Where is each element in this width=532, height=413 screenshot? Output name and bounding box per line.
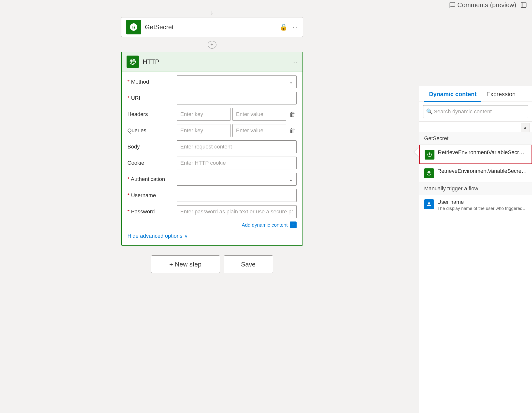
uri-row: URI https://httpbin.org/basic-auth/foo/b… [128, 92, 297, 104]
retrieve-env-icon-1 [426, 170, 432, 176]
save-button[interactable]: Save [224, 255, 273, 273]
dynamic-item-1-0-desc: The display name of the user who trigger… [437, 206, 527, 211]
body-label: Body [128, 144, 177, 150]
method-label: Method [128, 79, 177, 85]
retrieve-env-icon-0 [427, 152, 432, 158]
password-control [177, 205, 297, 218]
add-dynamic-content-link[interactable]: Add dynamic content [242, 222, 288, 228]
headers-pair: 🗑 [177, 108, 297, 121]
dynamic-search-input[interactable] [423, 105, 528, 118]
top-bar: Comments (preview) [449, 0, 532, 10]
cookie-row: Cookie [128, 157, 297, 169]
bottom-actions: + New step Save [151, 255, 273, 273]
dynamic-content-badge-icon[interactable]: + [290, 221, 297, 228]
headers-label: Headers [128, 111, 177, 118]
password-input[interactable] [177, 205, 297, 218]
search-wrapper: 🔍 [423, 105, 528, 118]
svg-rect-0 [521, 2, 526, 8]
queries-control: 🗑 [177, 124, 297, 137]
http-icon [127, 56, 139, 68]
http-step-header: HTTP ··· [122, 52, 302, 72]
cookie-control [177, 157, 297, 169]
get-secret-actions: 🔒 ··· [280, 23, 298, 31]
dynamic-item-0-0[interactable]: RetrieveEnvironmentVariableSecretValueRe… [419, 145, 532, 164]
method-control: GET ⌄ [177, 75, 297, 88]
dynamic-item-0-1-title: RetrieveEnvironmentVariableSecretValueRe… [437, 168, 527, 174]
auth-row: Authentication Basic ⌄ [128, 173, 297, 186]
section-header-getsecret: GetSecret [419, 132, 532, 145]
section-header-manual: Manually trigger a flow [419, 182, 532, 195]
dynamic-item-1-0[interactable]: User name The display name of the user w… [419, 195, 532, 215]
password-row: Password [128, 205, 297, 218]
method-select-wrapper: GET ⌄ [177, 75, 297, 88]
hide-advanced-options[interactable]: Hide advanced options ∧ [128, 231, 297, 241]
comments-preview[interactable]: Comments (preview) [449, 1, 516, 9]
body-input[interactable] [177, 140, 297, 153]
cookie-input[interactable] [177, 157, 297, 169]
new-step-button[interactable]: + New step [151, 255, 220, 273]
uri-label: URI [128, 95, 177, 101]
add-step-connector: + [208, 37, 216, 52]
http-step: HTTP ··· Method GET ⌄ URI https://httpbi… [121, 52, 303, 246]
tab-expression[interactable]: Expression [481, 86, 520, 102]
headers-value-input[interactable] [232, 108, 286, 121]
queries-delete-button[interactable]: 🗑 [288, 126, 297, 135]
dynamic-panel-tabs: Dynamic content Expression [419, 86, 532, 102]
dynamic-item-0-1-icon [424, 168, 434, 178]
username-row: Username foo [128, 189, 297, 202]
cookie-label: Cookie [128, 160, 177, 166]
dynamic-item-0-1[interactable]: RetrieveEnvironmentVariableSecretValueRe… [419, 164, 532, 182]
password-label: Password [128, 208, 177, 215]
canvas: ↓ GetSecret 🔒 ··· + [0, 0, 424, 413]
username-input[interactable]: foo [177, 189, 297, 202]
headers-delete-button[interactable]: 🗑 [288, 110, 297, 119]
uri-input[interactable]: https://httpbin.org/basic-auth/foo/bar [177, 92, 297, 104]
connector-line-2 [212, 49, 212, 52]
add-dynamic-content-row: Add dynamic content + [128, 221, 297, 228]
search-icon: 🔍 [426, 108, 433, 115]
get-secret-title: GetSecret [145, 23, 280, 31]
dynamic-search-area: 🔍 [419, 102, 532, 122]
dynamic-item-0-0-title: RetrieveEnvironmentVariableSecretValueRe… [438, 149, 527, 156]
queries-row: Queries 🗑 [128, 124, 297, 137]
method-select[interactable]: GET [177, 75, 297, 88]
scroll-up-button[interactable]: ▲ [521, 123, 530, 132]
add-step-button[interactable]: + [208, 41, 216, 49]
auth-label: Authentication [128, 176, 177, 182]
auth-select-wrapper: Basic ⌄ [177, 173, 297, 186]
connector-line-1 [212, 37, 212, 41]
uri-control: https://httpbin.org/basic-auth/foo/bar [177, 92, 297, 104]
body-row: Body [128, 140, 297, 153]
method-row: Method GET ⌄ [128, 75, 297, 88]
scroll-controls: ▲ [419, 122, 532, 132]
dynamic-item-0-1-content: RetrieveEnvironmentVariableSecretValueRe… [437, 168, 527, 174]
dynamic-content-panel: Dynamic content Expression 🔍 ▲ GetSecret [419, 86, 532, 413]
queries-value-input[interactable] [232, 124, 286, 137]
connector-arrow-top: ↓ [210, 7, 214, 17]
queries-key-input[interactable] [177, 124, 230, 137]
lock-icon[interactable]: 🔒 [280, 23, 288, 31]
dynamic-item-1-0-title: User name [437, 199, 527, 205]
http-globe-icon [129, 58, 136, 65]
dynamic-item-1-0-icon [424, 199, 434, 209]
auth-select[interactable]: Basic [177, 173, 297, 186]
get-secret-icon [126, 20, 141, 34]
http-more-icon[interactable]: ··· [292, 58, 298, 66]
http-form: Method GET ⌄ URI https://httpbin.org/bas… [122, 72, 302, 245]
sidebar-icon[interactable] [520, 1, 527, 8]
body-control [177, 140, 297, 153]
svg-point-10 [428, 202, 430, 204]
chevron-up-icon: ∧ [184, 233, 187, 239]
queries-label: Queries [128, 127, 177, 134]
username-control: foo [177, 189, 297, 202]
dynamic-item-0-0-content: RetrieveEnvironmentVariableSecretValueRe… [438, 149, 527, 156]
get-secret-step: GetSecret 🔒 ··· [121, 17, 303, 37]
headers-key-input[interactable] [177, 108, 230, 121]
dynamic-item-0-0-icon [425, 150, 434, 160]
auth-control: Basic ⌄ [177, 173, 297, 186]
http-title: HTTP [143, 58, 292, 66]
headers-control: 🗑 [177, 108, 297, 121]
tab-dynamic-content[interactable]: Dynamic content [424, 86, 481, 102]
more-options-icon[interactable]: ··· [292, 23, 298, 31]
username-label: Username [128, 192, 177, 199]
